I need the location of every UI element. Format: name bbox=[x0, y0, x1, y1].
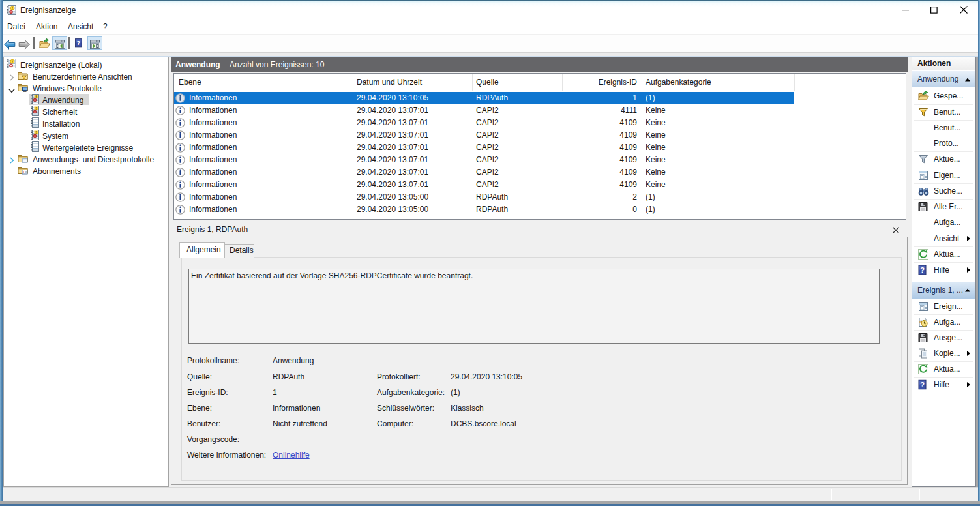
svg-text:?: ? bbox=[920, 266, 925, 274]
svg-text:?: ? bbox=[76, 39, 80, 46]
svg-text:?: ? bbox=[920, 381, 925, 389]
